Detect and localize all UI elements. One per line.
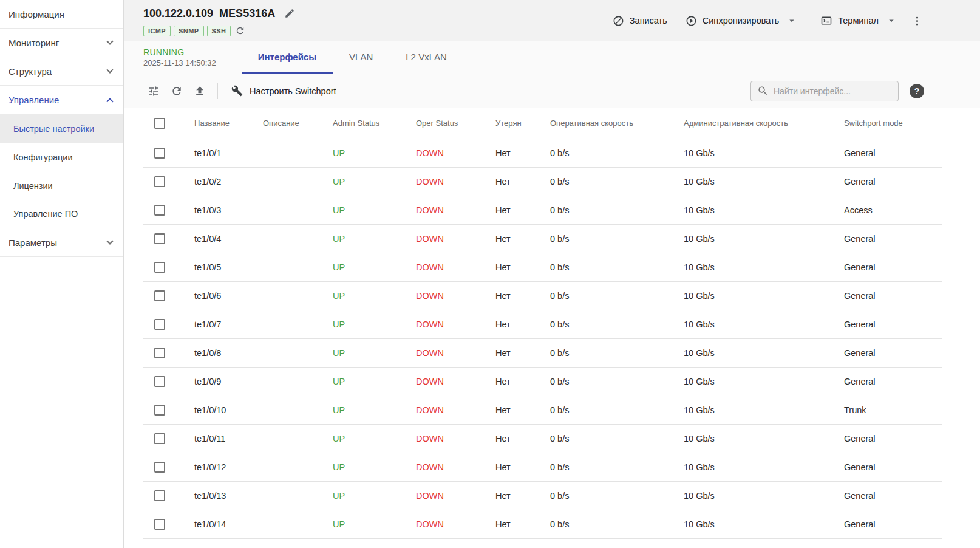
cell-admin-status: UP — [333, 196, 416, 224]
help-button[interactable]: ? — [910, 84, 924, 98]
cell-select — [143, 253, 194, 281]
terminal-button[interactable]: Терминал — [815, 11, 883, 30]
refresh-icon — [171, 85, 183, 97]
cell-description — [263, 310, 333, 338]
cell-admin-status: UP — [333, 338, 416, 367]
cell-name: te1/0/6 — [194, 281, 263, 310]
search-input[interactable] — [774, 86, 892, 96]
sidebar-item-parameters[interactable]: Параметры — [0, 228, 123, 257]
interfaces-table: Название Описание Admin Status Oper Stat… — [143, 108, 942, 539]
more-options-button[interactable] — [909, 12, 925, 30]
cell-oper-status: DOWN — [416, 139, 495, 167]
filter-columns-button[interactable] — [142, 80, 165, 103]
cell-oper-status: DOWN — [416, 424, 495, 453]
sync-button[interactable]: Синхронизировать — [681, 12, 784, 30]
sidebar-item-label: Мониторинг — [9, 38, 59, 48]
cell-switchport-mode: General — [844, 510, 942, 538]
sync-dropdown-button[interactable] — [784, 12, 800, 30]
row-checkbox[interactable] — [154, 319, 165, 330]
cell-admin-status: UP — [333, 224, 416, 253]
col-admin-speed: Административная скорость — [684, 108, 844, 139]
cell-admin-status: UP — [333, 310, 416, 338]
configure-switchport-button[interactable]: Настроить Switchport — [224, 80, 344, 101]
sidebar-item-label: Информация — [9, 9, 64, 19]
cell-oper-speed: 0 b/s — [550, 196, 684, 224]
cell-select — [143, 338, 194, 367]
upload-icon — [194, 85, 206, 97]
row-checkbox[interactable] — [154, 348, 165, 358]
row-checkbox[interactable] — [154, 233, 165, 244]
tab-l2-vxlan[interactable]: L2 VxLAN — [389, 41, 463, 74]
tab-interfaces[interactable]: Интерфейсы — [242, 41, 333, 74]
cell-select — [143, 424, 194, 453]
row-checkbox[interactable] — [154, 519, 165, 530]
cell-switchport-mode: General — [844, 281, 942, 310]
sidebar-item-label: Структура — [9, 66, 52, 77]
row-checkbox[interactable] — [154, 433, 165, 444]
cell-admin-speed: 10 Gb/s — [684, 481, 844, 510]
cell-lost: Нет — [495, 510, 550, 538]
row-checkbox[interactable] — [154, 462, 165, 473]
table-row: te1/0/7 UP DOWN Нет 0 b/s 10 Gb/s Genera… — [143, 310, 942, 338]
cell-description — [263, 224, 333, 253]
sidebar-item-label: Быстрые настройки — [13, 124, 94, 134]
cell-oper-status: DOWN — [416, 481, 495, 510]
chevron-down-icon — [106, 66, 113, 73]
cell-oper-speed: 0 b/s — [550, 253, 684, 281]
cell-switchport-mode: General — [844, 367, 942, 396]
row-checkbox[interactable] — [154, 262, 165, 273]
row-checkbox[interactable] — [154, 405, 165, 416]
refresh-table-button[interactable] — [165, 80, 188, 103]
cell-oper-status: DOWN — [416, 396, 495, 424]
cell-switchport-mode: General — [844, 481, 942, 510]
row-checkbox[interactable] — [154, 490, 165, 501]
cell-oper-speed: 0 b/s — [550, 281, 684, 310]
cell-lost: Нет — [495, 281, 550, 310]
table-row: te1/0/5 UP DOWN Нет 0 b/s 10 Gb/s Genera… — [143, 253, 942, 281]
row-checkbox[interactable] — [154, 148, 165, 159]
sidebar-item-software-management[interactable]: Управление ПО — [0, 200, 123, 228]
sidebar-item-management[interactable]: Управление — [0, 86, 123, 114]
cell-select — [143, 481, 194, 510]
write-button[interactable]: Записать — [608, 12, 672, 30]
cell-switchport-mode: General — [844, 139, 942, 167]
cell-lost: Нет — [495, 253, 550, 281]
edit-title-button[interactable] — [283, 7, 296, 20]
sidebar-item-information[interactable]: Информация — [0, 0, 123, 29]
cell-lost: Нет — [495, 310, 550, 338]
sidebar-item-configurations[interactable]: Конфигурации — [0, 143, 123, 171]
interfaces-toolbar: Настроить Switchport ? — [124, 74, 980, 108]
col-lost: Утерян — [495, 108, 550, 139]
cell-admin-status: UP — [333, 367, 416, 396]
tab-vlan[interactable]: VLAN — [333, 41, 389, 74]
cell-switchport-mode: General — [844, 224, 942, 253]
col-name: Название — [194, 108, 263, 139]
device-header-left: 100.122.0.109_MES5316A ICMP SNMP SSH — [143, 7, 296, 37]
cell-oper-status: DOWN — [416, 167, 495, 196]
sidebar-item-monitoring[interactable]: Мониторинг — [0, 29, 123, 57]
terminal-dropdown-button[interactable] — [883, 12, 899, 30]
cell-description — [263, 481, 333, 510]
sidebar-item-licenses[interactable]: Лицензии — [0, 171, 123, 200]
row-checkbox[interactable] — [154, 290, 165, 301]
cell-admin-speed: 10 Gb/s — [684, 281, 844, 310]
cell-oper-status: DOWN — [416, 338, 495, 367]
refresh-protocols-button[interactable] — [234, 24, 247, 37]
row-checkbox[interactable] — [154, 205, 165, 216]
select-all-checkbox[interactable] — [154, 118, 165, 129]
sidebar-item-quick-settings[interactable]: Быстрые настройки — [0, 114, 123, 143]
sidebar-item-structure[interactable]: Структура — [0, 57, 123, 86]
cell-switchport-mode: General — [844, 167, 942, 196]
table-row: te1/0/10 UP DOWN Нет 0 b/s 10 Gb/s Trunk — [143, 396, 942, 424]
cell-oper-speed: 0 b/s — [550, 424, 684, 453]
row-checkbox[interactable] — [154, 176, 165, 187]
cell-admin-speed: 10 Gb/s — [684, 310, 844, 338]
device-run-state: RUNNING 2025-11-13 14:50:32 — [143, 41, 216, 74]
row-checkbox[interactable] — [154, 376, 165, 387]
table-row: te1/0/8 UP DOWN Нет 0 b/s 10 Gb/s Genera… — [143, 338, 942, 367]
upload-button[interactable] — [188, 80, 211, 103]
cell-select — [143, 196, 194, 224]
cell-name: te1/0/14 — [194, 510, 263, 538]
table-row: te1/0/12 UP DOWN Нет 0 b/s 10 Gb/s Gener… — [143, 453, 942, 481]
cell-switchport-mode: General — [844, 453, 942, 481]
